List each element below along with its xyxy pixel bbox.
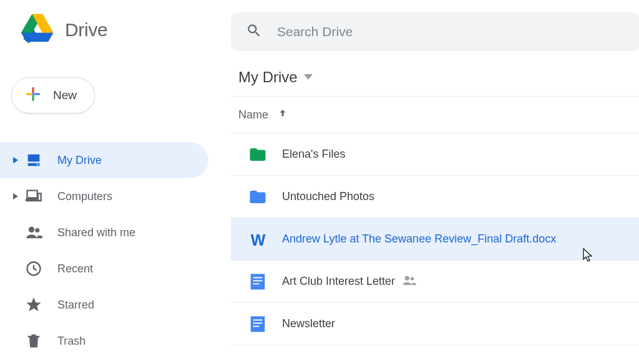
svg-rect-11: [26, 93, 32, 95]
app-name: Drive: [65, 19, 108, 41]
file-name: Art Club Interest Letter: [282, 275, 395, 288]
sidebar-item-trash[interactable]: Trash: [0, 323, 208, 359]
column-header-name: Name: [238, 108, 268, 122]
drive-logo-icon: [21, 12, 54, 47]
file-row-folder[interactable]: Elena's Files: [231, 133, 639, 176]
folder-icon: [248, 188, 267, 206]
folder-icon: [248, 145, 267, 164]
svg-point-15: [37, 164, 38, 165]
main-content: My Drive Name Elena's Files Untouched Ph…: [231, 0, 639, 364]
my-drive-icon: [25, 151, 42, 169]
svg-rect-9: [32, 87, 34, 93]
search-icon: [246, 22, 262, 41]
expand-icon[interactable]: [11, 157, 20, 163]
column-header-row[interactable]: Name: [231, 97, 639, 133]
svg-rect-29: [251, 316, 265, 332]
file-name: Newsletter: [282, 317, 335, 330]
svg-rect-26: [253, 283, 260, 284]
starred-icon: [25, 296, 42, 314]
svg-marker-20: [26, 297, 41, 311]
new-button[interactable]: New: [11, 77, 95, 113]
file-row-document[interactable]: Newsletter: [231, 303, 639, 345]
plus-icon: [24, 85, 42, 105]
svg-point-28: [411, 277, 414, 280]
svg-marker-16: [13, 193, 18, 199]
shared-indicator-icon: [402, 275, 416, 289]
sidebar-item-label: Recent: [57, 262, 93, 275]
svg-rect-10: [32, 95, 34, 101]
svg-rect-24: [253, 277, 263, 278]
sidebar-item-label: Shared with me: [57, 226, 135, 239]
svg-marker-5: [21, 33, 53, 42]
file-row-document[interactable]: Art Club Interest Letter: [231, 261, 639, 303]
svg-rect-13: [32, 93, 34, 95]
search-input[interactable]: [277, 24, 624, 39]
chevron-down-icon: [304, 72, 313, 83]
file-name: Andrew Lytle at The Sewanee Review_Final…: [282, 232, 556, 246]
app-logo-area[interactable]: Drive: [0, 12, 231, 47]
google-doc-icon: [248, 315, 267, 333]
svg-point-18: [35, 228, 39, 232]
new-button-label: New: [53, 89, 77, 102]
sidebar-item-starred[interactable]: Starred: [0, 287, 208, 323]
sidebar-item-label: My Drive: [57, 154, 102, 167]
svg-rect-30: [253, 319, 263, 320]
file-name: Elena's Files: [282, 148, 345, 161]
search-bar[interactable]: [231, 12, 639, 51]
sidebar-item-my-drive[interactable]: My Drive: [0, 142, 208, 178]
svg-rect-25: [253, 280, 263, 281]
sidebar-item-recent[interactable]: Recent: [0, 251, 208, 287]
svg-marker-21: [304, 74, 313, 80]
word-doc-icon: W: [248, 230, 267, 249]
shared-icon: [25, 224, 42, 241]
sort-ascending-icon[interactable]: [277, 108, 288, 122]
sidebar-item-shared[interactable]: Shared with me: [0, 214, 208, 251]
location-breadcrumb[interactable]: My Drive: [231, 69, 639, 97]
sidebar-item-label: Computers: [57, 190, 112, 203]
sidebar-item-label: Trash: [57, 335, 85, 348]
svg-rect-32: [253, 325, 260, 327]
trash-icon: [25, 332, 42, 350]
svg-rect-12: [34, 93, 40, 95]
svg-point-17: [29, 227, 34, 232]
sidebar-item-computers[interactable]: Computers: [0, 178, 208, 214]
svg-marker-14: [13, 157, 18, 163]
svg-text:W: W: [251, 231, 266, 249]
recent-icon: [25, 260, 42, 277]
sidebar: Drive New My Drive Co: [0, 0, 231, 364]
svg-rect-31: [253, 322, 263, 323]
file-name: Untouched Photos: [282, 190, 374, 203]
computers-icon: [25, 188, 42, 205]
sidebar-item-label: Starred: [57, 299, 94, 312]
google-doc-icon: [248, 272, 267, 291]
location-label: My Drive: [238, 69, 298, 86]
file-row-folder[interactable]: Untouched Photos: [231, 176, 639, 218]
svg-point-27: [405, 275, 409, 280]
expand-icon[interactable]: [11, 193, 20, 199]
file-row-document[interactable]: W Andrew Lytle at The Sewanee Review_Fin…: [231, 218, 639, 261]
svg-rect-23: [251, 274, 265, 289]
